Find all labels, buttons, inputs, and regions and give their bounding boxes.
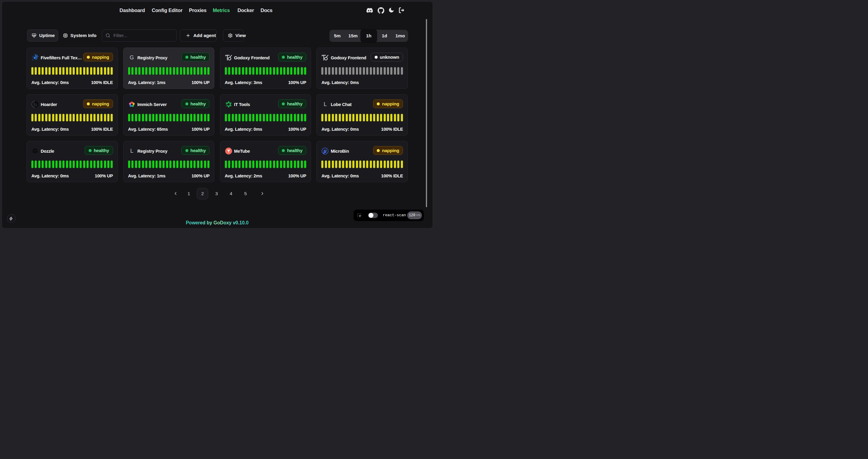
svg-text:µ: µ [323, 148, 327, 154]
